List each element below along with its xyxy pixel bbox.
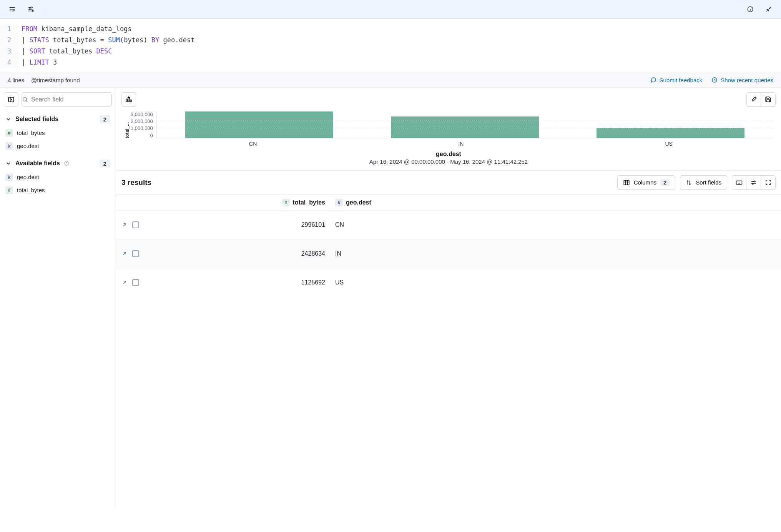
search-input[interactable] bbox=[28, 93, 111, 106]
wrap-lines-button[interactable] bbox=[6, 3, 18, 15]
keyword-type-icon: k bbox=[5, 173, 13, 181]
save-visualization-button[interactable] bbox=[761, 92, 776, 107]
content-area: total_... 3,000,0002,000,0001,000,0000 C… bbox=[116, 88, 781, 508]
query-editor[interactable]: 1FROM kibana_sample_data_logs2| STATS to… bbox=[0, 19, 781, 73]
available-fields-header[interactable]: Available fields 2 bbox=[4, 156, 112, 171]
results-table: # total_bytes k geo.dest 2996101CN242863… bbox=[116, 195, 781, 297]
field-item[interactable]: kgeo.dest bbox=[4, 171, 112, 184]
column-header-label: geo.dest bbox=[346, 199, 371, 206]
sort-fields-button[interactable]: Sort fields bbox=[680, 175, 727, 190]
svg-point-0 bbox=[31, 7, 32, 8]
editor-toolbar-left bbox=[6, 3, 37, 15]
field-item[interactable]: #total_bytes bbox=[4, 184, 112, 197]
wrap-icon bbox=[9, 6, 16, 13]
editor-status-bar: 4 lines @timestamp found Submit feedback… bbox=[0, 73, 781, 88]
keyword-type-icon: k bbox=[5, 142, 13, 150]
field-name: total_bytes bbox=[17, 187, 45, 193]
cell-total-bytes: 2996101 bbox=[145, 221, 333, 228]
row-checkbox[interactable] bbox=[132, 221, 139, 228]
table-row: 2996101CN bbox=[116, 210, 781, 239]
chart-bar[interactable] bbox=[597, 128, 744, 138]
results-bar: 3 results Columns 2 Sort fields bbox=[116, 170, 781, 195]
field-item[interactable]: kgeo.dest bbox=[4, 140, 112, 153]
svg-rect-12 bbox=[736, 181, 742, 184]
sort-label: Sort fields bbox=[696, 179, 721, 186]
code-line[interactable]: 4| LIMIT 3 bbox=[0, 57, 781, 68]
code-line[interactable]: 3| SORT total_bytes DESC bbox=[0, 46, 781, 57]
chart-bar[interactable] bbox=[185, 111, 333, 138]
sliders-icon bbox=[750, 179, 757, 186]
editor-toolbar-right bbox=[744, 3, 775, 15]
available-fields-count: 2 bbox=[100, 160, 110, 168]
collapse-sidebar-button[interactable] bbox=[4, 92, 18, 107]
expand-row-button[interactable] bbox=[121, 251, 128, 257]
row-checkbox[interactable] bbox=[132, 250, 139, 257]
fullscreen-icon bbox=[765, 179, 771, 186]
field-search[interactable]: 0 bbox=[22, 92, 112, 107]
columns-label: Columns bbox=[634, 179, 656, 186]
svg-point-2 bbox=[32, 10, 33, 12]
keyboard-shortcuts-button[interactable] bbox=[732, 175, 746, 190]
columns-button[interactable]: Columns 2 bbox=[617, 175, 676, 190]
chart-bar[interactable] bbox=[391, 116, 539, 138]
results-count: 3 results bbox=[121, 178, 151, 187]
available-fields-list: kgeo.dest#total_bytes bbox=[4, 171, 112, 197]
row-checkbox[interactable] bbox=[132, 279, 139, 286]
field-name: geo.dest bbox=[17, 174, 39, 180]
chat-icon bbox=[650, 77, 656, 83]
recent-queries-link[interactable]: Show recent queries bbox=[711, 77, 773, 83]
svg-point-14 bbox=[752, 183, 753, 184]
expand-row-button[interactable] bbox=[121, 279, 128, 286]
code-line[interactable]: 2| STATS total_bytes = SUM(bytes) BY geo… bbox=[0, 35, 781, 46]
fullscreen-button[interactable] bbox=[761, 175, 776, 190]
collapse-editor-button[interactable] bbox=[763, 3, 775, 15]
line-number: 4 bbox=[0, 57, 18, 68]
code-line[interactable]: 1FROM kibana_sample_data_logs bbox=[0, 23, 781, 35]
edit-visualization-button[interactable] bbox=[746, 92, 761, 107]
svg-rect-11 bbox=[624, 180, 629, 185]
column-header-geo-dest[interactable]: k geo.dest bbox=[333, 199, 776, 206]
settings-sliders-button[interactable] bbox=[25, 3, 37, 15]
submit-feedback-link[interactable]: Submit feedback bbox=[650, 77, 703, 83]
x-tick: CN bbox=[249, 141, 257, 147]
search-icon bbox=[22, 96, 28, 103]
field-item[interactable]: #total_bytes bbox=[4, 126, 112, 140]
collapse-icon bbox=[765, 6, 772, 13]
selected-fields-list: #total_byteskgeo.dest bbox=[4, 126, 112, 153]
keyboard-icon bbox=[736, 179, 743, 186]
display-options-button[interactable] bbox=[746, 175, 761, 190]
info-button[interactable] bbox=[744, 3, 756, 15]
x-axis-title: geo.dest bbox=[124, 147, 773, 158]
chart-toggle-icon bbox=[125, 96, 132, 103]
submit-feedback-label: Submit feedback bbox=[660, 77, 703, 83]
keyword-type-icon: k bbox=[335, 199, 343, 206]
hide-chart-button[interactable] bbox=[121, 92, 136, 107]
cell-geo-dest: US bbox=[333, 279, 776, 286]
clock-icon bbox=[711, 77, 718, 83]
svg-point-13 bbox=[754, 181, 755, 182]
help-icon[interactable] bbox=[64, 161, 69, 166]
fields-sidebar: 0 Selected fields 2 #total_byteskgeo.des… bbox=[0, 88, 116, 508]
number-type-icon: # bbox=[5, 186, 13, 194]
code-content: | SORT total_bytes DESC bbox=[18, 46, 112, 57]
sidebar-top: 0 bbox=[4, 92, 112, 107]
cell-geo-dest: CN bbox=[333, 221, 776, 228]
svg-rect-8 bbox=[126, 99, 127, 102]
recent-queries-label: Show recent queries bbox=[721, 77, 773, 83]
table-body: 2996101CN2428634IN1125692US bbox=[116, 210, 781, 297]
y-axis-label: total_... bbox=[124, 111, 131, 138]
cell-total-bytes: 2428634 bbox=[145, 250, 333, 257]
column-header-total-bytes[interactable]: # total_bytes bbox=[145, 199, 333, 206]
expand-row-button[interactable] bbox=[121, 222, 128, 228]
code-content: FROM kibana_sample_data_logs bbox=[18, 23, 132, 35]
field-filter-button[interactable]: 0 bbox=[111, 93, 112, 106]
selected-fields-header[interactable]: Selected fields 2 bbox=[4, 112, 112, 126]
y-tick: 0 bbox=[150, 133, 153, 138]
chart-plot[interactable] bbox=[156, 111, 773, 138]
cell-total-bytes: 1125692 bbox=[145, 279, 333, 286]
x-axis-labels: CNINUS bbox=[148, 138, 773, 147]
sliders-icon bbox=[27, 6, 34, 13]
chevron-down-icon bbox=[5, 160, 12, 166]
status-right: Submit feedback Show recent queries bbox=[650, 77, 773, 83]
x-tick: IN bbox=[458, 141, 464, 147]
